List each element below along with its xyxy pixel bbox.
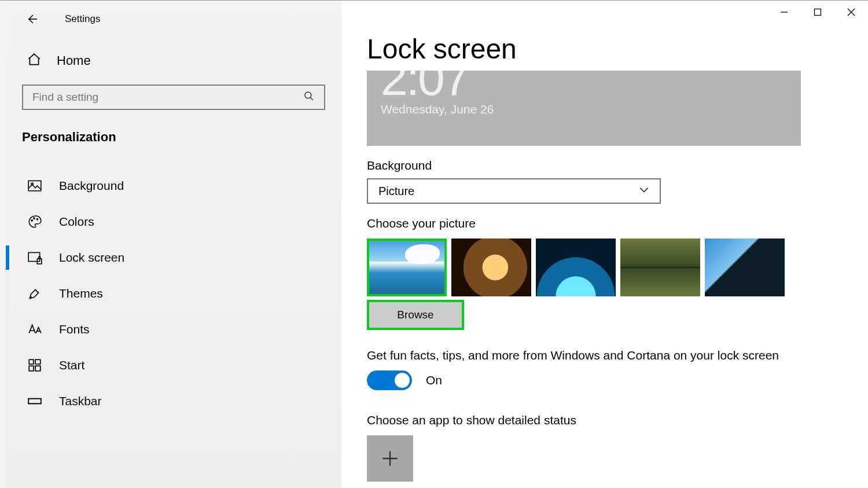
sidebar-item-label: Taskbar bbox=[59, 394, 102, 408]
sidebar-item-label: Colors bbox=[59, 215, 94, 229]
detailed-status-label: Choose an app to show detailed status bbox=[367, 413, 868, 427]
sidebar-item-lock-screen[interactable]: Lock screen bbox=[22, 240, 325, 276]
arrow-left-icon bbox=[25, 12, 39, 26]
main-content: Lock screen 2:07 Wednesday, June 26 Back… bbox=[341, 1, 868, 488]
lockscreen-preview: 2:07 Wednesday, June 26 bbox=[367, 71, 801, 146]
section-header: Personalization bbox=[22, 130, 325, 145]
preview-time: 2:07 bbox=[381, 71, 787, 98]
svg-rect-13 bbox=[815, 9, 821, 16]
picture-thumb-1[interactable] bbox=[367, 239, 447, 296]
close-icon bbox=[847, 8, 856, 17]
settings-sidebar: Settings Home Personalization Background bbox=[6, 1, 341, 488]
svg-rect-8 bbox=[29, 359, 34, 364]
taskbar-icon bbox=[27, 393, 43, 409]
search-input-container[interactable] bbox=[22, 85, 325, 110]
fonts-icon bbox=[27, 321, 43, 337]
sidebar-item-label: Start bbox=[59, 358, 84, 372]
plus-icon bbox=[380, 449, 400, 468]
home-nav[interactable]: Home bbox=[22, 52, 325, 69]
svg-point-4 bbox=[34, 218, 35, 219]
preview-date: Wednesday, June 26 bbox=[381, 102, 787, 116]
palette-icon bbox=[27, 214, 43, 230]
sidebar-item-label: Themes bbox=[59, 287, 103, 300]
sidebar-item-colors[interactable]: Colors bbox=[22, 204, 325, 240]
sidebar-item-start[interactable]: Start bbox=[22, 347, 325, 383]
home-label: Home bbox=[57, 53, 91, 68]
svg-point-5 bbox=[36, 219, 38, 220]
search-icon bbox=[303, 90, 315, 104]
svg-point-3 bbox=[31, 220, 32, 221]
titlebar: Settings bbox=[22, 6, 325, 32]
close-button[interactable] bbox=[834, 1, 868, 24]
sidebar-item-background[interactable]: Background bbox=[22, 168, 325, 204]
home-icon bbox=[27, 52, 42, 69]
svg-rect-6 bbox=[28, 252, 39, 261]
background-label: Background bbox=[367, 159, 868, 173]
dropdown-value: Picture bbox=[378, 185, 414, 198]
add-detailed-status-app[interactable] bbox=[367, 435, 413, 482]
tips-toggle-row: On bbox=[367, 370, 868, 390]
lock-screen-icon bbox=[27, 249, 43, 266]
sidebar-nav: Background Colors Lock screen Themes bbox=[22, 168, 325, 419]
toggle-knob bbox=[395, 373, 410, 388]
tips-toggle-label: Get fun facts, tips, and more from Windo… bbox=[367, 347, 795, 364]
window-title: Settings bbox=[65, 13, 100, 25]
picture-thumb-5[interactable] bbox=[705, 239, 785, 296]
sidebar-item-label: Background bbox=[59, 179, 124, 193]
search-input[interactable] bbox=[32, 91, 303, 104]
picture-thumbnails bbox=[367, 239, 868, 296]
browse-button[interactable]: Browse bbox=[369, 302, 462, 328]
sidebar-item-fonts[interactable]: Fonts bbox=[22, 311, 325, 347]
tips-toggle[interactable] bbox=[367, 370, 412, 390]
picture-icon bbox=[27, 178, 43, 194]
background-dropdown[interactable]: Picture bbox=[367, 178, 661, 204]
browse-highlight: Browse bbox=[367, 300, 464, 330]
toggle-state-label: On bbox=[426, 373, 442, 387]
maximize-button[interactable] bbox=[801, 1, 834, 24]
choose-picture-label: Choose your picture bbox=[367, 217, 868, 230]
picture-thumb-2[interactable] bbox=[451, 239, 531, 296]
sidebar-item-themes[interactable]: Themes bbox=[22, 276, 325, 311]
svg-rect-9 bbox=[35, 359, 41, 364]
sidebar-item-taskbar[interactable]: Taskbar bbox=[22, 383, 325, 419]
picture-thumb-4[interactable] bbox=[620, 239, 700, 296]
page-title: Lock screen bbox=[367, 33, 868, 65]
picture-thumb-3[interactable] bbox=[536, 239, 616, 296]
themes-icon bbox=[27, 285, 43, 302]
back-button[interactable] bbox=[22, 9, 42, 29]
sidebar-item-label: Fonts bbox=[59, 322, 90, 336]
svg-rect-11 bbox=[35, 366, 41, 371]
window-controls bbox=[767, 1, 868, 24]
minimize-button[interactable] bbox=[767, 1, 801, 24]
svg-rect-10 bbox=[29, 366, 34, 371]
svg-point-0 bbox=[305, 92, 311, 98]
start-icon bbox=[27, 357, 43, 373]
sidebar-item-label: Lock screen bbox=[59, 251, 124, 265]
maximize-icon bbox=[813, 8, 822, 17]
chevron-down-icon bbox=[639, 185, 649, 198]
minimize-icon bbox=[779, 8, 789, 17]
svg-rect-12 bbox=[28, 399, 41, 404]
